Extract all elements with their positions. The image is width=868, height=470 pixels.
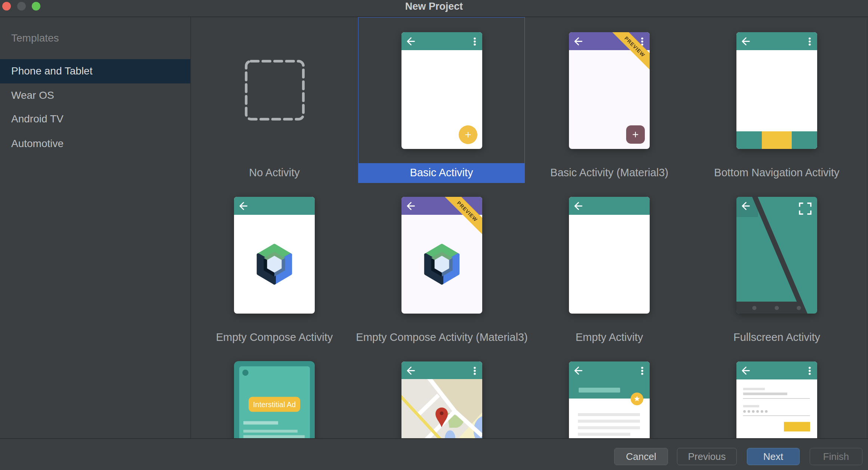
svg-text:Interstitial Ad: Interstitial Ad <box>253 400 296 409</box>
